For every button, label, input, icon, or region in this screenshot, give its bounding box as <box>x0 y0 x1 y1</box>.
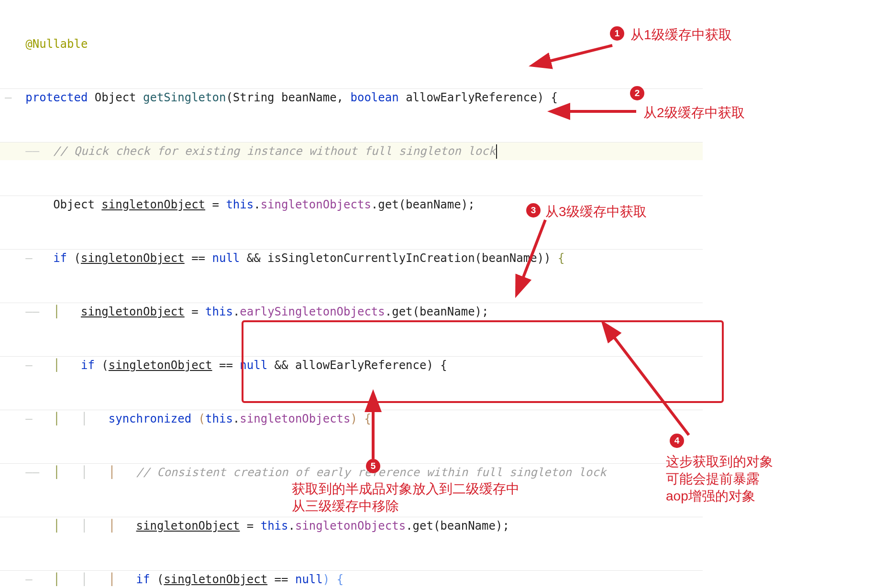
note-1: 从1级缓存中获取 <box>630 26 732 44</box>
comment-line: // Quick check for existing instance wit… <box>53 144 496 158</box>
badge-2: 2 <box>630 86 644 100</box>
note-2: 从2级缓存中获取 <box>643 104 745 121</box>
badge-4: 4 <box>670 434 684 448</box>
text-caret <box>496 144 497 159</box>
note-3: 从3级缓存中获取 <box>545 203 647 220</box>
badge-3: 3 <box>526 203 541 218</box>
note-4: 这步获取到的对象可能会提前暴露aop增强的对象 <box>666 453 773 505</box>
highlight-box <box>242 320 724 403</box>
note-5: 获取到的半成品对象放入到二级缓存中从三级缓存中移除 <box>292 480 519 515</box>
badge-1: 1 <box>610 26 624 41</box>
badge-5: 5 <box>366 459 380 473</box>
annotation-nullable: @Nullable <box>25 37 88 51</box>
method-name: getSingleton <box>143 91 226 104</box>
